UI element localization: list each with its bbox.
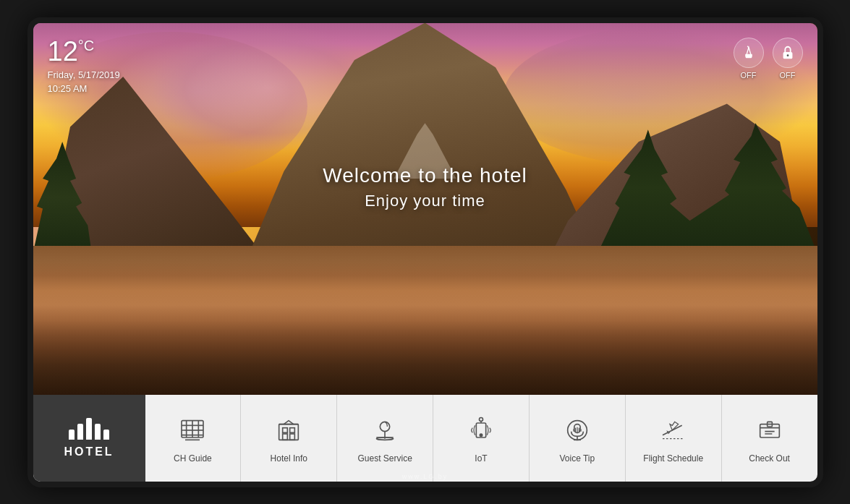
voice-tip-label: Voice Tip [560, 453, 595, 464]
svg-rect-14 [283, 434, 288, 440]
dnd-label: OFF [780, 71, 796, 80]
menu-item-hotel-info[interactable]: Hotel Info [241, 395, 337, 482]
hotel-info-icon [271, 413, 306, 448]
date: Friday, 5/17/2019 [48, 68, 120, 82]
bar-5 [103, 430, 109, 440]
svg-rect-12 [283, 427, 288, 432]
flight-schedule-icon [656, 413, 691, 448]
svg-rect-13 [290, 427, 295, 432]
menu-item-guest-service[interactable]: Guest Service [337, 395, 433, 482]
ch-guide-icon [175, 413, 210, 448]
lake-reflection [33, 246, 817, 395]
svg-rect-15 [290, 434, 295, 440]
menu-item-iot[interactable]: IoT [433, 395, 530, 482]
cleaning-label: OFF [741, 71, 757, 80]
hotel-logo-section: HOTEL [33, 395, 145, 482]
menu-item-flight-schedule[interactable]: Flight Schedule [626, 395, 722, 482]
iot-label: IoT [475, 453, 487, 464]
check-out-icon [752, 413, 787, 448]
guest-service-icon [367, 413, 402, 448]
svg-line-0 [747, 46, 749, 47]
svg-point-2 [786, 54, 789, 56]
temperature: 12°C [48, 38, 120, 65]
lake [33, 246, 817, 395]
ch-guide-label: CH Guide [174, 453, 212, 464]
menu-items: CH Guide [145, 395, 817, 482]
top-controls: OFF OFF [734, 38, 803, 80]
menu-item-ch-guide[interactable]: CH Guide [145, 395, 242, 482]
svg-point-22 [480, 434, 482, 436]
dnd-control[interactable]: OFF [773, 38, 803, 80]
bar-2 [77, 424, 83, 440]
tv-frame: 12°C Friday, 5/17/2019 10:25 AM [27, 17, 823, 487]
bottom-bar: HOTEL [33, 395, 817, 482]
weather-info: 12°C Friday, 5/17/2019 10:25 AM [48, 38, 120, 96]
svg-point-17 [380, 422, 389, 431]
cleaning-icon[interactable] [734, 38, 764, 68]
temp-value: 12 [48, 36, 78, 67]
bar-1 [69, 430, 75, 440]
dnd-icon[interactable] [773, 38, 803, 68]
top-overlay: 12°C Friday, 5/17/2019 10:25 AM [33, 23, 817, 96]
screen-bezel: 12°C Friday, 5/17/2019 10:25 AM [33, 23, 817, 482]
date-time: Friday, 5/17/2019 10:25 AM [48, 68, 120, 96]
menu-item-check-out[interactable]: Check Out [722, 395, 817, 482]
welcome-subtitle: Enjoy your time [323, 192, 527, 210]
lg-watermark: www.LG.by [402, 473, 449, 480]
hotel-info-label: Hotel Info [271, 453, 307, 464]
bar-4 [95, 424, 101, 440]
hotel-logo-text: HOTEL [64, 445, 114, 458]
svg-rect-11 [279, 424, 299, 440]
welcome-overlay: Welcome to the hotel Enjoy your time [323, 164, 527, 210]
iot-icon [464, 413, 498, 448]
guest-service-label: Guest Service [357, 453, 412, 464]
voice-tip-icon [560, 413, 595, 448]
time: 10:25 AM [48, 82, 120, 96]
welcome-title: Welcome to the hotel [323, 164, 527, 187]
check-out-label: Check Out [749, 453, 790, 464]
hero-background: 12°C Friday, 5/17/2019 10:25 AM [33, 23, 817, 395]
menu-item-voice-tip[interactable]: Voice Tip [530, 395, 626, 482]
svg-point-24 [480, 417, 483, 421]
cleaning-control[interactable]: OFF [734, 38, 764, 80]
temp-unit: °C [78, 38, 94, 54]
bar-3 [86, 418, 92, 440]
flight-schedule-label: Flight Schedule [643, 453, 703, 464]
hotel-bars-icon [69, 418, 109, 440]
